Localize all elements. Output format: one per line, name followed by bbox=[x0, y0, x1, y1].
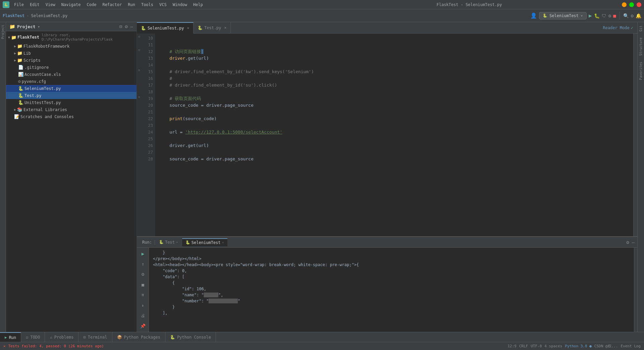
bottom-settings-icon[interactable]: ⚙ bbox=[626, 240, 629, 245]
run-label: Run: bbox=[140, 240, 155, 245]
window-maximize[interactable] bbox=[629, 2, 634, 7]
menu-edit[interactable]: Edit bbox=[27, 2, 42, 8]
status-position[interactable]: 12:9 bbox=[507, 344, 517, 348]
external-libraries-label: External Libraries bbox=[23, 107, 67, 112]
menu-file[interactable]: File bbox=[11, 2, 26, 8]
accountcase-label: AccountCase.xls bbox=[24, 72, 61, 77]
python-packages-label: Python Packages bbox=[124, 335, 160, 340]
gitstruct-tab[interactable]: Git bbox=[638, 23, 643, 34]
code-line-22: print(source_code) bbox=[159, 115, 629, 122]
scroll-end-button[interactable]: ↡ bbox=[138, 301, 148, 310]
footer-tab-problems[interactable]: ⚠ Problems bbox=[45, 332, 78, 342]
menu-code[interactable]: Code bbox=[84, 2, 99, 8]
tree-item-accountcase[interactable]: 📊 AccountCase.xls bbox=[6, 71, 137, 78]
window-close[interactable] bbox=[637, 2, 641, 7]
tree-item-gitignore[interactable]: 📄 .gitignore bbox=[6, 64, 137, 71]
bottom-minimize-icon[interactable]: — bbox=[632, 240, 635, 245]
pause-button[interactable]: ⚙ bbox=[138, 270, 148, 279]
settings-button[interactable]: ⚙ bbox=[631, 13, 634, 18]
menu-help[interactable]: Help bbox=[191, 2, 206, 8]
project-gear-icon[interactable]: ⚙ bbox=[125, 24, 127, 29]
tree-item-flaskrobotframework[interactable]: ▶ 📁 FlaskRobotFramework bbox=[6, 43, 137, 50]
footer-tab-run[interactable]: ▶ Run bbox=[0, 332, 21, 342]
stop-bottom-button[interactable]: ■ bbox=[138, 280, 148, 289]
run-button[interactable]: ▶ bbox=[589, 12, 592, 19]
status-indent[interactable]: 4 spaces bbox=[544, 344, 562, 348]
search-everywhere[interactable]: 🔍 bbox=[623, 13, 629, 18]
footer-tab-python-console[interactable]: 🐍 Python Console bbox=[165, 332, 216, 342]
project-minimize[interactable]: — bbox=[130, 24, 133, 29]
menu-run[interactable]: Run bbox=[125, 2, 138, 8]
bottom-tab-test-close[interactable]: ✕ bbox=[176, 240, 178, 244]
window-minimize[interactable] bbox=[622, 2, 627, 7]
status-event-log[interactable]: Event Log bbox=[621, 344, 641, 348]
status-error-count[interactable]: Tests failed: 4, passed: 0 (26 minutes a… bbox=[8, 344, 104, 348]
menu-navigate[interactable]: Navigate bbox=[59, 2, 84, 8]
tree-item-scripts[interactable]: ▶ 📁 Scripts bbox=[6, 57, 137, 64]
console-line-10: } bbox=[153, 304, 630, 310]
seleniumtest-icon: 🐍 bbox=[18, 86, 23, 91]
breadcrumb-project[interactable]: FlaskTest bbox=[3, 13, 24, 18]
flasktest-folder-icon: 📁 bbox=[11, 35, 16, 40]
project-sidebar-label[interactable]: Project bbox=[0, 22, 5, 42]
code-line-12: # 访问页面链接| bbox=[159, 48, 629, 55]
menu-refactor[interactable]: Refactor bbox=[100, 2, 124, 8]
tab-test[interactable]: 🐍 Test.py ✕ bbox=[194, 22, 231, 34]
coverage-button[interactable]: 🛡 bbox=[602, 13, 606, 18]
footer-tabs: ▶ Run ☑ TODO ⚠ Problems ⊡ Terminal 📦 Pyt… bbox=[0, 332, 644, 342]
print-button[interactable]: 🖨 bbox=[138, 311, 148, 320]
reader-mode-button[interactable]: Reader Mode ✓ bbox=[599, 26, 637, 30]
tree-item-scratches[interactable]: 📝 Scratches and Consoles bbox=[6, 113, 137, 120]
footer-tab-python-packages[interactable]: 📦 Python Packages bbox=[112, 332, 165, 342]
test-label: Test.py bbox=[24, 93, 42, 98]
favorites-tab[interactable]: Favorites bbox=[638, 60, 643, 82]
bottom-tab-seleniumtest[interactable]: 🐍 SeleniumTest ✕ bbox=[182, 238, 227, 246]
test-tab-close[interactable]: ✕ bbox=[224, 26, 227, 30]
tree-item-unittesttest[interactable]: 🐍 UnittestTest.py bbox=[6, 99, 137, 106]
stop-button[interactable]: ■ bbox=[613, 13, 616, 18]
project-title: Project bbox=[17, 24, 36, 29]
more-run-options[interactable]: ⚙ bbox=[608, 13, 611, 18]
footer-tab-terminal[interactable]: ⊡ Terminal bbox=[78, 332, 112, 342]
code-line-19: # 获取页面代码 bbox=[159, 95, 629, 102]
menu-tools[interactable]: Tools bbox=[139, 2, 156, 8]
menu-window[interactable]: Window bbox=[170, 2, 190, 8]
flaskrobotframework-label: FlaskRobotFramework bbox=[23, 44, 69, 49]
tab-seleniumtest[interactable]: 🐍 SeleniumTest.py ✕ bbox=[137, 22, 194, 34]
menu-vcs[interactable]: VCS bbox=[157, 2, 169, 8]
status-charset[interactable]: UTF-8 bbox=[531, 344, 542, 348]
project-collapse-all[interactable]: ⊟ bbox=[119, 24, 122, 29]
project-dropdown-icon[interactable]: ▾ bbox=[38, 24, 40, 29]
status-crlf[interactable]: CRLF bbox=[519, 344, 528, 348]
structure-tab[interactable]: Structure bbox=[638, 36, 643, 58]
gitignore-icon: 📄 bbox=[18, 65, 23, 70]
notifications[interactable]: 🔔 bbox=[636, 13, 641, 18]
tree-item-test[interactable]: 🐍 Test.py bbox=[6, 92, 137, 99]
terminal-icon: ⊡ bbox=[83, 335, 86, 340]
footer-tab-todo[interactable]: ☑ TODO bbox=[21, 332, 45, 342]
bottom-tab-test[interactable]: 🐍 Test ✕ bbox=[156, 239, 181, 246]
bottom-tab-seleniumtest-close[interactable]: ✕ bbox=[222, 241, 224, 244]
run-config-icon: 🐍 bbox=[543, 13, 547, 18]
run-config-selector[interactable]: 🐍 SeleniumTest ▾ bbox=[539, 12, 587, 19]
code-content[interactable]: # 访问页面链接| driver.get(url) # driver.find_… bbox=[155, 34, 633, 236]
menu-view[interactable]: View bbox=[43, 2, 58, 8]
account-icon[interactable]: 👤 bbox=[530, 12, 537, 19]
tree-item-external-libraries[interactable]: ▶ 📚 External Libraries bbox=[6, 106, 137, 113]
run-bottom-button[interactable]: ▶ bbox=[138, 249, 148, 258]
debug-button[interactable]: 🐛 bbox=[594, 13, 600, 18]
pin-button[interactable]: 📌 bbox=[138, 321, 148, 331]
seleniumtest-tab-close[interactable]: ✕ bbox=[187, 26, 189, 30]
tree-item-seleniumtest[interactable]: 🐍 SeleniumTest.py bbox=[6, 85, 137, 92]
tree-item-flasktest[interactable]: ▼ 📁 FlaskTest library root, D:\PyCharm\P… bbox=[6, 32, 137, 43]
code-line-14 bbox=[159, 62, 629, 68]
bottom-tab-seleniumtest-label: SeleniumTest bbox=[192, 240, 221, 245]
rerun-button[interactable]: ↑ bbox=[138, 259, 148, 269]
status-python[interactable]: Python 3.8 ● bbox=[565, 344, 591, 348]
status-csdn[interactable]: CSDN @权... bbox=[594, 344, 618, 349]
tree-item-pyvenv[interactable]: ⚙ pyvenv.cfg bbox=[6, 78, 137, 85]
tree-item-lib[interactable]: ▶ 📁 Lib bbox=[6, 50, 137, 57]
breadcrumb-file[interactable]: SeleniumTest.py bbox=[31, 13, 67, 18]
pyvenv-icon: ⚙ bbox=[18, 79, 21, 84]
wrap-button[interactable]: ≡ bbox=[138, 290, 148, 300]
